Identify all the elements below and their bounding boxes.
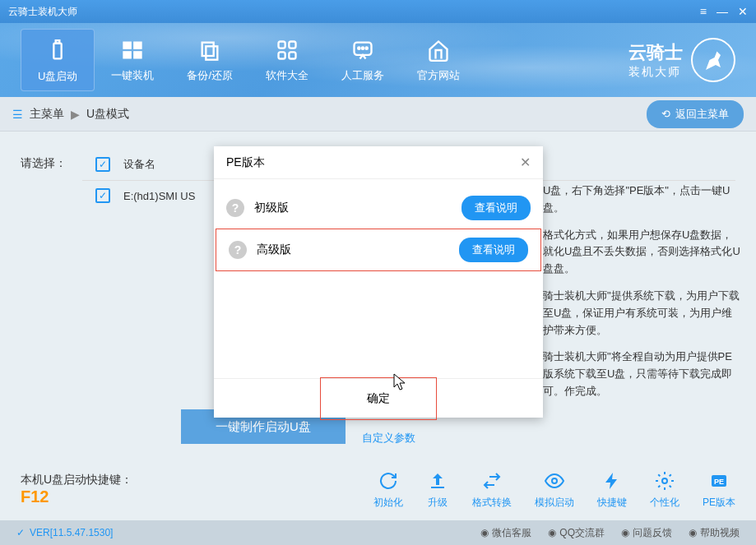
status-qq[interactable]: ◉QQ交流群 xyxy=(548,526,605,540)
home-icon xyxy=(424,35,453,65)
svg-point-13 xyxy=(358,48,359,49)
svg-rect-11 xyxy=(289,52,295,58)
list-icon: ☰ xyxy=(12,108,23,121)
svg-point-18 xyxy=(662,478,667,483)
status-wechat[interactable]: ◉微信客服 xyxy=(480,526,531,540)
apps-icon xyxy=(272,35,302,65)
version-check-icon: ✓ xyxy=(16,527,25,538)
nav-website[interactable]: 官方网站 xyxy=(401,29,476,91)
breadcrumb-main[interactable]: 主菜单 xyxy=(30,107,64,122)
tool-upgrade[interactable]: 升级 xyxy=(426,469,449,510)
help-icon: ? xyxy=(226,199,244,217)
modal-close-icon[interactable]: ✕ xyxy=(520,155,531,170)
svg-rect-10 xyxy=(279,52,285,58)
convert-icon xyxy=(480,469,503,492)
bottom-bar: 本机U盘启动快捷键： F12 初始化 升级 格式转换 模拟启动 快捷键 个性化 … xyxy=(0,459,756,520)
header: U盘启动 一键装机 备份/还原 软件大全 人工服务 官方网站 云骑士 装机大师 xyxy=(0,23,756,97)
usb-icon xyxy=(43,36,72,66)
windows-icon xyxy=(118,35,147,65)
svg-rect-5 xyxy=(134,51,143,58)
help-icon: ? xyxy=(229,241,247,259)
svg-rect-6 xyxy=(202,43,214,56)
brand: 云骑士 装机大师 xyxy=(628,38,735,82)
svg-text:PE: PE xyxy=(714,478,724,486)
hotkey-value: F12 xyxy=(21,487,132,506)
view-basic-button[interactable]: 查看说明 xyxy=(461,196,531,220)
modal-title: PE版本 xyxy=(226,155,520,170)
nav-service[interactable]: 人工服务 xyxy=(325,29,401,91)
help-video-icon: ◉ xyxy=(689,527,697,538)
close-icon[interactable]: ✕ xyxy=(738,5,748,18)
titlebar: 云骑士装机大师 ≡ — ✕ xyxy=(0,0,756,23)
svg-rect-7 xyxy=(206,46,218,59)
gear-icon xyxy=(653,469,676,492)
qq-icon: ◉ xyxy=(548,527,556,538)
nav-oneclick[interactable]: 一键装机 xyxy=(95,29,170,91)
tool-pe-version[interactable]: PEPE版本 xyxy=(703,469,735,510)
header-checkbox[interactable]: ✓ xyxy=(95,157,110,172)
breadcrumb-current: U盘模式 xyxy=(86,107,129,122)
pe-version-modal: PE版本 ✕ ? 初级版 查看说明 ? 高级版 查看说明 确定 xyxy=(214,146,543,418)
select-label: 请选择： xyxy=(21,148,70,210)
nav-backup[interactable]: 备份/还原 xyxy=(170,29,249,91)
tool-shortcut[interactable]: 快捷键 xyxy=(597,469,627,510)
col-device-name: 设备名 xyxy=(123,157,155,172)
cursor-icon xyxy=(393,373,408,391)
refresh-icon xyxy=(377,469,400,492)
status-feedback[interactable]: ◉问题反馈 xyxy=(621,526,672,540)
hotkey-label: 本机U盘启动快捷键： xyxy=(21,473,132,487)
custom-params-link[interactable]: 自定义参数 xyxy=(362,431,415,446)
wechat-icon: ◉ xyxy=(480,527,489,538)
instructions: U盘，右下角选择"PE版本"，点击一键U盘。 格式化方式，如果用户想保存U盘数据… xyxy=(543,182,740,410)
minimize-icon[interactable]: — xyxy=(717,5,728,18)
titlebar-title: 云骑士装机大师 xyxy=(8,5,700,19)
knight-logo-icon xyxy=(691,38,735,82)
tool-personal[interactable]: 个性化 xyxy=(650,469,679,510)
status-help[interactable]: ◉帮助视频 xyxy=(689,526,740,540)
copy-icon xyxy=(195,35,225,65)
svg-point-17 xyxy=(552,478,557,483)
svg-rect-1 xyxy=(56,40,60,44)
svg-rect-4 xyxy=(123,51,132,58)
back-arrow-icon: ⟲ xyxy=(661,108,670,120)
feedback-icon: ◉ xyxy=(621,527,629,538)
breadcrumb-bar: ☰ 主菜单 ▶ U盘模式 ⟲ 返回主菜单 xyxy=(0,97,756,132)
version-text[interactable]: VER[11.5.47.1530] xyxy=(30,527,113,538)
device-name-cell: E:(hd1)SMI US xyxy=(123,190,195,202)
svg-point-14 xyxy=(362,48,364,49)
svg-point-15 xyxy=(366,48,368,49)
version-advanced-row[interactable]: ? 高级版 查看说明 xyxy=(216,229,541,271)
upload-icon xyxy=(426,469,449,492)
status-bar: ✓ VER[11.5.47.1530] ◉微信客服 ◉QQ交流群 ◉问题反馈 ◉… xyxy=(0,520,756,545)
svg-rect-16 xyxy=(431,487,444,488)
chat-icon xyxy=(348,35,378,65)
tool-format[interactable]: 格式转换 xyxy=(472,469,512,510)
view-advanced-button[interactable]: 查看说明 xyxy=(459,238,528,262)
svg-rect-8 xyxy=(279,42,285,48)
chevron-right-icon: ▶ xyxy=(71,108,80,121)
lightning-icon xyxy=(601,469,624,492)
version-basic-row[interactable]: ? 初级版 查看说明 xyxy=(214,187,543,229)
row-checkbox[interactable]: ✓ xyxy=(95,188,110,203)
tool-init[interactable]: 初始化 xyxy=(373,469,403,510)
eye-icon xyxy=(543,469,566,492)
svg-rect-3 xyxy=(134,42,143,49)
pe-icon: PE xyxy=(707,469,730,492)
svg-rect-9 xyxy=(289,42,295,48)
back-main-button[interactable]: ⟲ 返回主菜单 xyxy=(647,100,744,128)
nav-software[interactable]: 软件大全 xyxy=(249,29,325,91)
menu-icon[interactable]: ≡ xyxy=(700,5,707,18)
svg-rect-2 xyxy=(123,42,132,49)
tool-simulate[interactable]: 模拟启动 xyxy=(535,469,574,510)
nav-usb-boot[interactable]: U盘启动 xyxy=(21,29,95,91)
svg-rect-0 xyxy=(54,44,62,59)
